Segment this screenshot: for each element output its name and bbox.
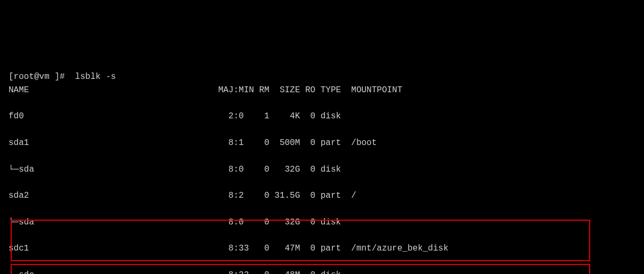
shell-prompt: [root@vm ]# lsblk -s: [9, 72, 116, 82]
table-row: sda2 8:2 0 31.5G 0 part /: [9, 189, 635, 203]
table-row: sda1 8:1 0 500M 0 part /boot: [9, 136, 635, 150]
table-row: └─sda 8:0 0 32G 0 disk: [9, 163, 635, 176]
table-row: sdc1 8:33 0 47M 0 part /mnt/azure_bek_di…: [9, 242, 635, 255]
table-row: └─sdc 8:32 0 48M 0 disk: [9, 269, 635, 274]
terminal-output: [root@vm ]# lsblk -s NAME MAJ:MIN RM SIZ…: [9, 57, 635, 274]
table-row: └─sda 8:0 0 32G 0 disk: [9, 216, 635, 229]
lsblk-header: NAME MAJ:MIN RM SIZE RO TYPE MOUNTPOINT: [9, 84, 635, 97]
table-row: fd0 2:0 1 4K 0 disk: [9, 110, 635, 123]
